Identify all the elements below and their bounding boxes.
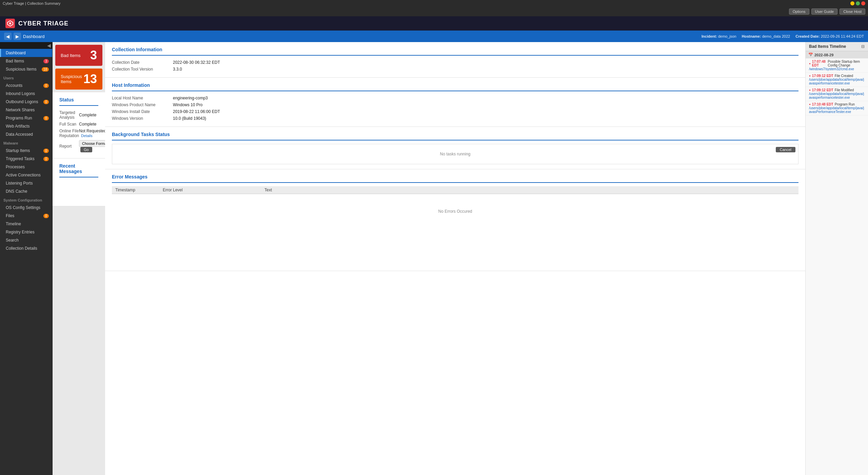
timeline-item-3[interactable]: ● 17:10:48 EDT Program Run /users/jdoe/a… — [806, 101, 868, 115]
timeline-date-header: 📅 2022-08-29 — [806, 51, 868, 58]
timeline-dot-2: ● — [809, 89, 811, 92]
sidebar-item-collection-details[interactable]: Collection Details — [0, 244, 52, 252]
sidebar-item-inbound-logons[interactable]: Inbound Logons — [0, 90, 52, 98]
error-level-header: Error Level — [159, 186, 261, 194]
timeline-path-0: /windows7/system32/cmd.exe — [809, 67, 865, 71]
top-right-toolbar: Options User Guide Close Host — [0, 7, 868, 16]
calendar-icon: 📅 — [808, 53, 813, 57]
timeline-time-1: 17:09:12 EDT — [812, 74, 833, 78]
sidebar-item-network-shares[interactable]: Network Shares — [0, 106, 52, 114]
sidebar-item-processes[interactable]: Processes — [0, 163, 52, 171]
recent-messages-title: Recent Messages — [59, 163, 98, 177]
sidebar-collapse-button[interactable]: ◀ — [47, 43, 51, 48]
no-tasks-message: No tasks running — [440, 152, 470, 156]
created-date-field: Created Date: 2022-09-26 11:44:24 EDT — [795, 34, 864, 38]
suspicious-items-badge: 18 — [42, 67, 49, 72]
sidebar-item-dns-cache[interactable]: DNS Cache — [0, 187, 52, 195]
window-controls — [850, 1, 865, 5]
maximize-btn[interactable] — [856, 1, 860, 5]
sidebar-item-listening-ports[interactable]: Listening Ports — [0, 179, 52, 187]
forward-button[interactable]: ▶ — [14, 33, 21, 40]
suspicious-items-card-count: 13 — [83, 72, 97, 86]
local-host-value: engineering-comp3 — [173, 95, 220, 101]
timeline-dot-1: ● — [809, 74, 811, 77]
sidebar-item-suspicious-items[interactable]: Suspicious Items 18 — [0, 65, 52, 73]
timeline-item-0[interactable]: ● 17:07:48 EDT Possible Startup Item Con… — [806, 58, 868, 73]
timeline-item-1[interactable]: ● 17:09:12 EDT File Created /users/jdoe/… — [806, 73, 868, 87]
close-btn[interactable] — [861, 1, 865, 5]
report-go-button[interactable]: Go — [80, 147, 92, 152]
error-messages-title: Error Messages — [112, 174, 798, 183]
user-guide-button[interactable]: User Guide — [811, 8, 838, 15]
timeline-path-2: /users/jdoe/appdata/local/temp/java/java… — [809, 92, 865, 99]
sidebar-item-triggered-tasks[interactable]: Triggered Tasks 0 — [0, 155, 52, 163]
incident-info: Incident: demo_json Hostname: demo_data … — [702, 34, 864, 38]
status-title: Status — [59, 97, 98, 106]
sidebar-item-accounts[interactable]: Accounts 0 — [0, 81, 52, 90]
app-logo-text: CYBER TRIAGE — [18, 20, 68, 27]
details-link[interactable]: Details — [81, 134, 93, 138]
right-panel-title: Bad Items Timeline — [809, 44, 846, 49]
report-format-select[interactable]: Choose Format — [79, 140, 105, 147]
dashboard-content: Collection Information Collection Date 2… — [105, 42, 805, 271]
sidebar-item-bad-items[interactable]: Bad Items 3 — [0, 57, 52, 65]
sidebar-item-active-connections[interactable]: Active Connections — [0, 171, 52, 179]
timeline-type-3: Program Run — [835, 102, 855, 106]
triggered-tasks-badge: 0 — [43, 157, 49, 161]
sidebar-item-os-config[interactable]: OS Config Settings — [0, 204, 52, 212]
bad-items-card[interactable]: Bad Items 3 — [55, 45, 102, 66]
sidebar-item-outbound-logons[interactable]: Outbound Logons 0 — [0, 98, 52, 106]
suspicious-items-card-label: Suspicious Items — [61, 74, 83, 84]
bad-items-card-count: 3 — [90, 48, 97, 62]
bad-items-badge: 3 — [43, 59, 49, 63]
system-config-header: System Configuration — [0, 195, 52, 204]
timeline-type-0: Possible Startup Item Config Change — [828, 60, 865, 67]
left-summary-section: Bad Items 3 Suspicious Items 13 Status T… — [53, 42, 105, 475]
close-host-button[interactable]: Close Host — [840, 8, 865, 15]
timeline-type-1: File Created — [835, 74, 853, 78]
bad-items-card-label: Bad Items — [61, 53, 81, 58]
full-scan-value: Complete — [79, 121, 105, 128]
sidebar-item-search[interactable]: Search — [0, 236, 52, 244]
host-info-title: Host Information — [112, 82, 798, 91]
targeted-analysis-value: Complete — [79, 109, 105, 121]
options-button[interactable]: Options — [789, 8, 809, 15]
bg-tasks-title: Background Tasks Status — [112, 132, 798, 140]
timeline-dot-3: ● — [809, 103, 811, 106]
svg-point-1 — [9, 22, 11, 24]
timeline-item-2[interactable]: ● 17:09:12 EDT File Modified /users/jdoe… — [806, 87, 868, 101]
sidebar-item-timeline[interactable]: Timeline — [0, 220, 52, 228]
right-panel-collapse[interactable]: ⊟ — [861, 44, 865, 49]
targeted-analysis-label: Targeted Analysis — [59, 109, 79, 121]
suspicious-items-card[interactable]: Suspicious Items 13 — [55, 69, 102, 90]
timeline-date: 2022-08-29 — [814, 53, 833, 57]
text-header: Text — [261, 186, 798, 194]
title-bar-text: Cyber Triage | Collection Summary — [3, 1, 60, 5]
report-label: Report — [59, 139, 79, 153]
sidebar-item-files[interactable]: Files 0 — [0, 212, 52, 220]
center-section: Collection Information Collection Date 2… — [105, 42, 805, 475]
files-badge: 0 — [43, 214, 49, 218]
suspicious-items-label: Suspicious Items — [6, 67, 37, 72]
sidebar-item-programs-run[interactable]: Programs Run 0 — [0, 114, 52, 122]
windows-install-value: 2019-08-22 11:06:00 EDT — [173, 108, 220, 115]
incident-field: Incident: demo_json — [702, 34, 736, 38]
cancel-tasks-button[interactable]: Cancel — [776, 147, 795, 152]
active-tab-label: Dashboard — [23, 34, 45, 39]
sidebar-item-web-artifacts[interactable]: Web Artifacts — [0, 122, 52, 130]
timeline-time-0: 17:07:48 EDT — [812, 60, 826, 67]
nav-buttons: ◀ ▶ Dashboard — [4, 33, 45, 40]
sidebar-item-registry-entries[interactable]: Registry Entries — [0, 228, 52, 236]
windows-product-label: Windows Product Name — [112, 101, 173, 108]
sidebar-item-startup-items[interactable]: Startup Items 0 — [0, 147, 52, 155]
tasks-area: No tasks running Cancel — [112, 144, 798, 164]
windows-version-value: 10.0 (Build 19043) — [173, 115, 220, 122]
sidebar-item-data-accessed[interactable]: Data Accessed — [0, 130, 52, 138]
status-section: Status Targeted Analysis Complete Full S… — [53, 92, 105, 158]
users-section-header: Users — [0, 73, 52, 81]
host-info-section: Host Information Local Host Name enginee… — [105, 78, 805, 127]
back-button[interactable]: ◀ — [4, 33, 12, 40]
minimize-btn[interactable] — [850, 1, 854, 5]
sidebar-item-dashboard[interactable]: Dashboard — [0, 49, 52, 57]
collection-tool-label: Collection Tool Version — [112, 66, 173, 73]
